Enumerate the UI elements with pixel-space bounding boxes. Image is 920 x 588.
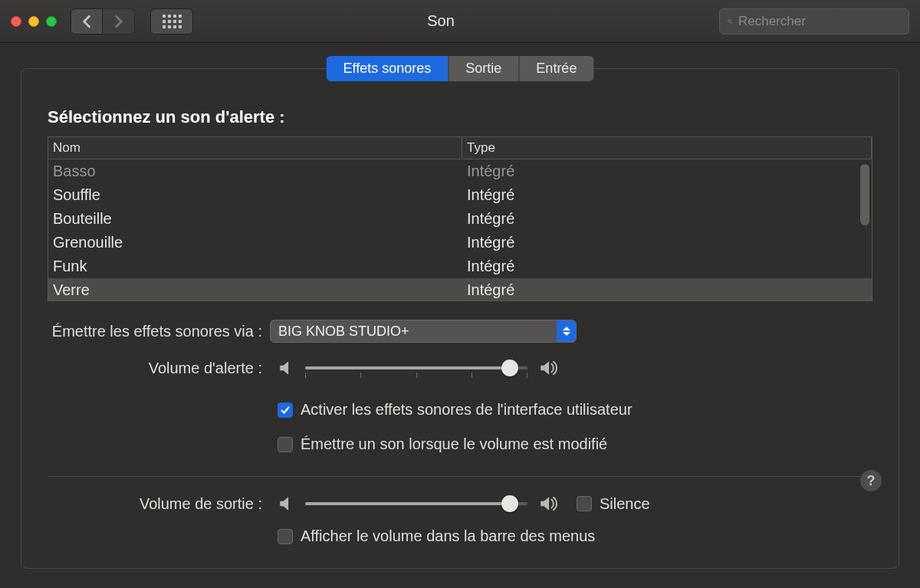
alert-sound-table: Nom Type BassoIntégréSouffleIntégréBoute… xyxy=(48,136,872,301)
speaker-high-icon xyxy=(538,494,558,514)
cell-name: Souffle xyxy=(48,186,462,204)
cell-name: Funk xyxy=(48,258,462,275)
check-icon xyxy=(280,405,291,416)
alert-volume-row: Volume d'alerte : xyxy=(48,358,872,378)
zoom-window-button[interactable] xyxy=(46,16,57,27)
table-header: Nom Type xyxy=(48,137,872,159)
table-row[interactable]: SouffleIntégré xyxy=(48,183,872,207)
output-device-label: Émettre les effets sonores via : xyxy=(48,323,270,340)
ui-sounds-checkbox[interactable] xyxy=(278,402,293,418)
tab-input[interactable]: Entrée xyxy=(518,56,593,81)
window-title: Son xyxy=(170,12,711,30)
main-panel: Effets sonores Sortie Entrée Sélectionne… xyxy=(21,68,899,569)
cell-type: Intégré xyxy=(462,163,872,180)
cell-name: Verre xyxy=(48,281,462,299)
table-row[interactable]: BouteilleIntégré xyxy=(48,207,872,231)
cell-type: Intégré xyxy=(462,210,872,228)
menubar-volume-checkbox[interactable] xyxy=(278,529,293,544)
alert-sound-heading: Sélectionnez un son d'alerte : xyxy=(48,107,872,127)
cell-type: Intégré xyxy=(462,234,872,251)
table-row[interactable]: FunkIntégré xyxy=(48,255,872,278)
cell-name: Grenouille xyxy=(48,234,462,251)
tab-sound-effects[interactable]: Effets sonores xyxy=(327,56,449,81)
col-header-type[interactable]: Type xyxy=(462,137,872,159)
tab-bar: Effets sonores Sortie Entrée xyxy=(327,56,594,81)
chevron-left-icon xyxy=(81,15,92,28)
volume-feedback-label: Émettre un son lorsque le volume est mod… xyxy=(301,435,607,453)
svg-point-0 xyxy=(728,19,731,22)
forward-button[interactable] xyxy=(103,8,135,34)
titlebar: Son xyxy=(0,0,920,43)
minimize-window-button[interactable] xyxy=(28,16,39,27)
help-button[interactable]: ? xyxy=(860,470,882,491)
cell-type: Intégré xyxy=(462,186,872,204)
output-volume-row: Volume de sortie : Silence xyxy=(48,494,872,514)
silence-row: Silence xyxy=(577,495,650,513)
search-input[interactable] xyxy=(738,14,901,29)
silence-checkbox[interactable] xyxy=(577,496,592,511)
chevron-right-icon xyxy=(113,15,124,28)
output-device-row: Émettre les effets sonores via : BIG KNO… xyxy=(48,320,872,343)
table-row[interactable]: GrenouilleIntégré xyxy=(48,231,872,255)
nav-buttons xyxy=(71,8,135,34)
ui-sounds-row: Activer les effets sonores de l'interfac… xyxy=(48,401,872,419)
table-row[interactable]: VerreIntégré xyxy=(48,278,872,301)
menubar-volume-label: Afficher le volume dans la barre des men… xyxy=(301,527,595,545)
output-volume-label: Volume de sortie : xyxy=(48,495,270,513)
slider-thumb[interactable] xyxy=(501,360,518,376)
cell-name: Basso xyxy=(48,163,462,180)
dropdown-caret-icon xyxy=(557,320,576,342)
alert-volume-slider[interactable] xyxy=(305,359,527,377)
cell-name: Bouteille xyxy=(48,210,462,228)
tab-output[interactable]: Sortie xyxy=(448,56,518,81)
output-volume-slider[interactable] xyxy=(305,494,527,513)
table-row[interactable]: BassoIntégré xyxy=(48,159,872,183)
slider-thumb[interactable] xyxy=(501,495,518,512)
search-field[interactable] xyxy=(719,8,909,34)
ui-sounds-label: Activer les effets sonores de l'interfac… xyxy=(301,401,632,419)
menubar-volume-row: Afficher le volume dans la barre des men… xyxy=(48,527,872,545)
speaker-low-icon xyxy=(278,358,297,378)
silence-label: Silence xyxy=(600,495,650,513)
cell-type: Intégré xyxy=(462,281,872,299)
separator xyxy=(48,476,872,477)
cell-type: Intégré xyxy=(462,258,872,275)
search-icon xyxy=(728,15,732,28)
speaker-low-icon xyxy=(278,494,297,514)
close-window-button[interactable] xyxy=(11,16,21,27)
table-body: BassoIntégréSouffleIntégréBouteilleIntég… xyxy=(48,159,872,301)
speaker-high-icon xyxy=(538,358,558,378)
scrollbar-thumb[interactable] xyxy=(860,164,869,225)
output-device-value: BIG KNOB STUDIO+ xyxy=(278,324,409,340)
window-controls xyxy=(11,16,57,27)
back-button[interactable] xyxy=(71,8,103,34)
volume-feedback-row: Émettre un son lorsque le volume est mod… xyxy=(48,435,872,453)
col-header-name[interactable]: Nom xyxy=(48,137,462,159)
alert-volume-label: Volume d'alerte : xyxy=(48,360,270,377)
volume-feedback-checkbox[interactable] xyxy=(278,437,293,452)
output-device-dropdown[interactable]: BIG KNOB STUDIO+ xyxy=(270,320,577,343)
